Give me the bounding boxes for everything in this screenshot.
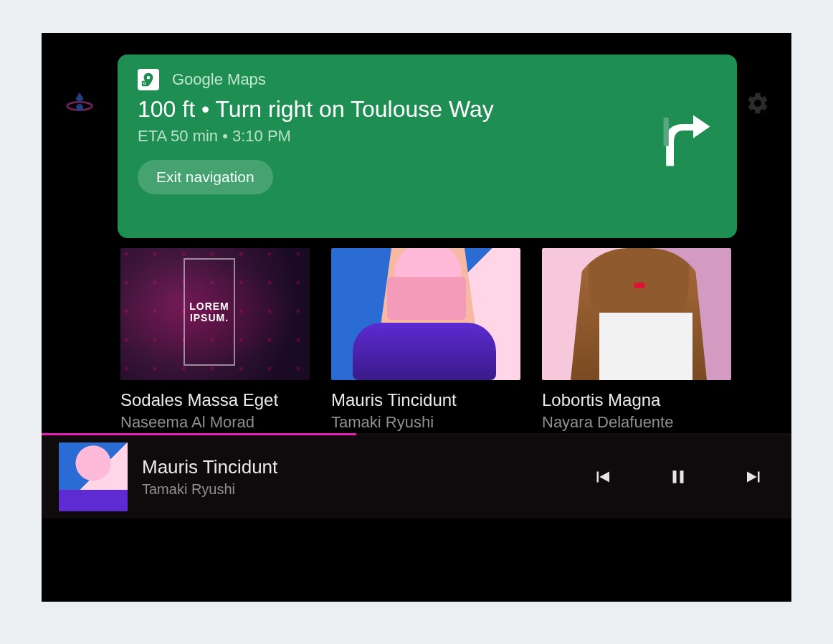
- album-art: [542, 248, 731, 380]
- album-card[interactable]: LOREM IPSUM. Sodales Massa Eget Naseema …: [120, 248, 310, 432]
- album-card[interactable]: Lobortis Magna Nayara Delafuente: [542, 248, 731, 432]
- album-artist: Nayara Delafuente: [542, 413, 731, 432]
- turn-right-icon: [648, 105, 713, 169]
- now-playing-text: Mauris Tincidunt Tamaki Ryushi: [142, 456, 277, 498]
- navigation-notification-card[interactable]: G Google Maps 100 ft • Turn right on Tou…: [118, 55, 737, 238]
- next-track-button[interactable]: [741, 464, 767, 490]
- svg-rect-4: [664, 118, 669, 146]
- now-playing-artist: Tamaki Ryushi: [142, 481, 277, 498]
- settings-gear-icon[interactable]: [746, 91, 770, 118]
- pause-button[interactable]: [665, 464, 691, 490]
- notification-app-name: Google Maps: [172, 70, 266, 89]
- album-card[interactable]: Mauris Tincidunt Tamaki Ryushi: [331, 248, 520, 432]
- exit-navigation-button[interactable]: Exit navigation: [138, 160, 273, 194]
- google-maps-app-icon: G: [138, 69, 159, 90]
- albums-row: LOREM IPSUM. Sodales Massa Eget Naseema …: [120, 248, 770, 432]
- device-screen: G Google Maps 100 ft • Turn right on Tou…: [42, 33, 791, 602]
- notification-header: G Google Maps: [138, 69, 717, 90]
- navigation-eta: ETA 50 min • 3:10 PM: [138, 127, 717, 146]
- now-playing-title: Mauris Tincidunt: [142, 456, 277, 478]
- now-playing-bar: Mauris Tincidunt Tamaki Ryushi: [42, 435, 791, 518]
- music-app-logo-icon: [63, 87, 96, 123]
- album-title: Lobortis Magna: [542, 390, 731, 410]
- album-title: Mauris Tincidunt: [331, 390, 520, 410]
- svg-text:G: G: [143, 81, 146, 85]
- album-art: [331, 248, 520, 380]
- playback-controls: [589, 464, 774, 490]
- previous-track-button[interactable]: [589, 464, 615, 490]
- album-art-placeholder-text: LOREM IPSUM.: [184, 258, 235, 366]
- svg-point-1: [76, 104, 83, 111]
- navigation-instruction: 100 ft • Turn right on Toulouse Way: [138, 96, 717, 123]
- now-playing-art[interactable]: [59, 442, 128, 511]
- album-artist: Naseema Al Morad: [120, 413, 310, 432]
- album-artist: Tamaki Ryushi: [331, 413, 520, 432]
- album-title: Sodales Massa Eget: [120, 390, 310, 410]
- album-art: LOREM IPSUM.: [120, 248, 310, 380]
